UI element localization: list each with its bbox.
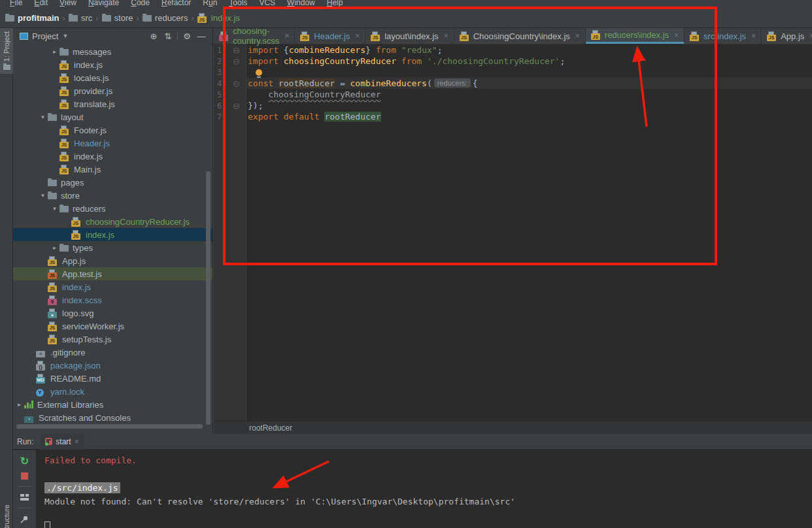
fold-marker-icon[interactable] [233, 81, 239, 87]
tree-item-yarn-lock[interactable]: Yyarn.lock [13, 385, 213, 398]
chevron-expanded-icon[interactable]: ▾ [50, 205, 59, 212]
tab-layout-index-js[interactable]: JSlayout\index.js× [365, 28, 454, 44]
breadcrumb-item-index-js[interactable]: JSindex.js [197, 13, 240, 23]
run-tab-label: start [56, 437, 71, 446]
menu-view[interactable]: View [54, 0, 82, 8]
chevron-expanded-icon[interactable]: ▾ [38, 192, 48, 199]
tab-app-js[interactable]: JSApp.js× [762, 28, 812, 44]
close-icon[interactable]: × [355, 31, 360, 41]
restore-layout-button[interactable] [13, 490, 36, 504]
pin-button[interactable] [13, 512, 36, 526]
menu-refactor[interactable]: Refactor [156, 0, 197, 8]
fold-marker-icon[interactable] [233, 103, 239, 109]
tree-item-app-test-js[interactable]: JSApp.test.js [13, 267, 213, 280]
tree-item-pages[interactable]: pages [13, 176, 213, 189]
tree-item-header-js[interactable]: JSHeader.js [13, 137, 213, 150]
tool-stripe-project-button[interactable]: 1: Project [0, 28, 13, 74]
tree-item-index-js[interactable]: JSindex.js [13, 58, 213, 71]
tree-item-translate-js[interactable]: JStranslate.js [13, 97, 213, 110]
chevron-down-icon[interactable]: ▼ [62, 33, 68, 39]
project-panel-title[interactable]: Project [32, 31, 58, 41]
code-line-7: export default rootReducer [248, 111, 812, 122]
tree-item-store[interactable]: ▾store [13, 189, 213, 202]
npm-run-icon [45, 438, 52, 445]
chevron-collapsed-icon[interactable]: ▸ [50, 244, 59, 251]
menu-code[interactable]: Code [125, 0, 156, 8]
tree-item--gitignore[interactable]: ≡.gitignore [13, 346, 213, 359]
fold-marker-icon[interactable] [233, 59, 239, 65]
project-vertical-scrollbar[interactable] [206, 171, 211, 425]
collapse-all-icon[interactable]: ⇅ [161, 31, 175, 41]
tree-item-reducers[interactable]: ▾reducers [13, 202, 213, 215]
tree-item-layout[interactable]: ▾layout [13, 110, 213, 124]
tree-item-scratches-and-consoles[interactable]: ◔Scratches and Consoles [13, 411, 213, 424]
tree-item-package-json[interactable]: {}package.json [13, 359, 213, 372]
image-file-icon: ▴ [48, 308, 58, 318]
menu-window[interactable]: Window [281, 0, 321, 8]
run-console[interactable]: Failed to compile../src/index.jsModule n… [37, 450, 812, 528]
close-icon[interactable]: × [284, 31, 289, 41]
tree-item-provider-js[interactable]: JSprovider.js [13, 84, 213, 97]
tab-reducers-index-js[interactable]: JSreducers\index.js× [586, 28, 685, 44]
locate-icon[interactable]: ⊕ [146, 31, 161, 41]
tree-item-logo-svg[interactable]: ▴logo.svg [13, 306, 213, 320]
tree-item-readme-md[interactable]: MDREADME.md [13, 372, 213, 385]
chevron-collapsed-icon[interactable]: ▸ [14, 401, 24, 408]
tree-item-footer-js[interactable]: JSFooter.js [13, 124, 213, 137]
close-icon[interactable]: × [751, 31, 756, 41]
menu-tools[interactable]: Tools [223, 0, 253, 8]
tree-item-locales-js[interactable]: JSlocales.js [13, 71, 213, 84]
menu-edit[interactable]: Edit [28, 0, 54, 8]
tree-item-external-libraries[interactable]: ▸External Libraries [13, 398, 213, 411]
tree-item-index-scss[interactable]: Sindex.scss [13, 293, 213, 306]
line-number: 4 [214, 79, 231, 88]
js-file-icon: JS [59, 99, 70, 109]
tree-item-setuptests-js[interactable]: JSsetupTests.js [13, 333, 213, 346]
settings-gear-icon[interactable]: ⚙ [180, 31, 194, 41]
chevron-collapsed-icon[interactable]: ▸ [50, 48, 59, 55]
tree-item-types[interactable]: ▸types [13, 241, 213, 254]
rerun-button[interactable]: ↻ [13, 454, 36, 469]
tab-header-js[interactable]: JSHeader.js× [295, 28, 365, 44]
tree-item-serviceworker-js[interactable]: JSserviceWorker.js [13, 320, 213, 333]
tree-item-index-js[interactable]: JSindex.js [13, 228, 213, 241]
tree-item-messages[interactable]: ▸messages [13, 45, 213, 58]
tree-item-index-js[interactable]: JSindex.js [13, 150, 213, 163]
close-icon[interactable]: × [674, 31, 679, 40]
breadcrumb-item-reducers[interactable]: reducers [143, 13, 188, 23]
tree-item-index-js[interactable]: JSindex.js [13, 280, 213, 293]
stop-button[interactable] [13, 469, 36, 483]
close-icon[interactable]: × [809, 31, 812, 41]
chevron-expanded-icon[interactable]: ▾ [38, 114, 48, 120]
close-icon[interactable]: × [575, 31, 580, 41]
fold-marker-icon[interactable] [233, 48, 239, 54]
intention-bulb-icon[interactable] [256, 69, 262, 76]
folder-icon [59, 49, 69, 56]
menu-file[interactable]: File [4, 0, 28, 8]
breadcrumb-item-src[interactable]: src [69, 13, 92, 23]
folder-icon [143, 15, 152, 22]
tree-item-main-js[interactable]: JSMain.js [13, 163, 213, 176]
hide-panel-icon[interactable]: — [194, 31, 209, 41]
menu-navigate[interactable]: Navigate [82, 0, 125, 8]
js-file-icon: JS [59, 165, 70, 174]
tab-choosingcountry-index-js[interactable]: JSChoosingCountry\index.js× [454, 28, 586, 44]
breadcrumb-element[interactable]: rootReducer [249, 423, 292, 433]
tool-stripe-structure-button[interactable]: Structure [0, 504, 13, 528]
run-tab-start[interactable]: start × [40, 434, 84, 450]
editor-area: Schoosing-country.scss×JSHeader.js×JSlay… [214, 28, 812, 434]
close-icon[interactable]: × [444, 31, 448, 41]
tab-src-index-js[interactable]: JSsrc\index.js× [685, 28, 762, 44]
breadcrumb-item-profitmain[interactable]: profitmain [5, 13, 59, 23]
breadcrumb-item-store[interactable]: store [102, 13, 133, 23]
close-icon[interactable]: × [75, 437, 79, 446]
menu-vcs[interactable]: VCS [253, 0, 281, 8]
editor-gutter[interactable]: 1234567 [214, 44, 246, 421]
code-editor[interactable]: 1234567 import {combineReducers} from "r… [214, 44, 812, 421]
tree-item-app-js[interactable]: JSApp.js [13, 254, 213, 267]
tree-item-choosingcountryreducer-js[interactable]: JSchoosingCountryReducer.js [13, 215, 213, 228]
tab-choosing-country-scss[interactable]: Schoosing-country.scss× [214, 28, 295, 44]
menu-run[interactable]: Run [197, 0, 223, 8]
menu-help[interactable]: Help [321, 0, 349, 8]
project-horizontal-scrollbar[interactable] [16, 424, 203, 429]
